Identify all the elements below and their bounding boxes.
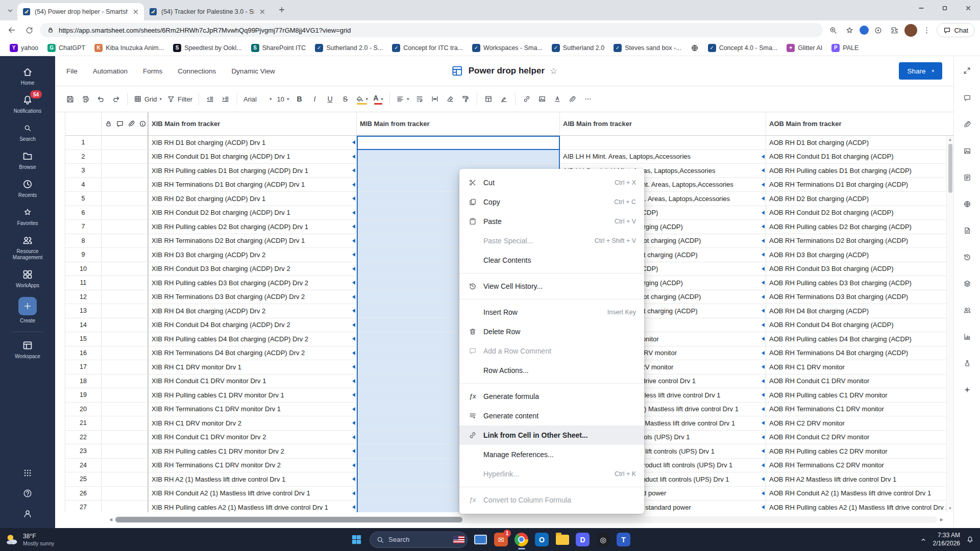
cell-aob[interactable]: AOB RH D3 Bot charging (ACDP) bbox=[766, 248, 953, 262]
strikethrough-button[interactable]: S bbox=[338, 91, 353, 107]
menu-automation[interactable]: Automation bbox=[93, 67, 128, 75]
menu-item-generate-content[interactable]: Generate content bbox=[459, 406, 644, 425]
undo-button[interactable] bbox=[93, 91, 108, 107]
refresh-icon[interactable] bbox=[22, 23, 36, 37]
cell-xib[interactable]: XIB RH Terminations D2 Bot charging (ACD… bbox=[149, 234, 357, 248]
browser-menu-icon[interactable] bbox=[920, 23, 934, 37]
row-number[interactable]: 21 bbox=[65, 416, 102, 431]
menu-item-hyperlink[interactable]: Hyperlink...Ctrl + K bbox=[459, 464, 644, 484]
row-icons-gutter[interactable] bbox=[102, 444, 149, 459]
row-icons-gutter[interactable] bbox=[102, 262, 149, 277]
row-icons-gutter[interactable] bbox=[102, 431, 149, 445]
person-icon[interactable] bbox=[22, 509, 33, 519]
column-header-xib[interactable]: XIB Main from tracker bbox=[149, 112, 357, 136]
sidebar-item-home[interactable]: Home bbox=[0, 62, 55, 90]
cell-xib[interactable]: XIB RH D2 Bot charging (ACDP) Drv 1 bbox=[149, 192, 357, 206]
bookmark-item-concept-4-0-sma[interactable]: ✓Concept 4.0 - Sma... bbox=[704, 42, 781, 54]
update-requests-icon[interactable] bbox=[961, 171, 973, 184]
menu-forms[interactable]: Forms bbox=[143, 67, 162, 75]
bold-button[interactable]: B bbox=[292, 91, 307, 107]
sidebar-item-create[interactable]: Create bbox=[0, 293, 55, 328]
menu-file[interactable]: File bbox=[66, 67, 78, 75]
cell-xib[interactable]: XIB RH Pulling cables C1 DRV monitor Drv… bbox=[149, 388, 357, 403]
italic-button[interactable]: I bbox=[307, 91, 323, 107]
scroll-right-arrow-icon[interactable]: ▶ bbox=[940, 517, 943, 522]
cell-aob[interactable]: AOB RH D1 Bot charging (ACDP) bbox=[766, 136, 953, 150]
bookmark-item-yahoo[interactable]: Yyahoo bbox=[6, 42, 42, 54]
row-number[interactable]: 9 bbox=[65, 248, 102, 262]
cell-xib[interactable]: XIB RH Pulling cables C1 DRV monitor Drv… bbox=[149, 444, 357, 459]
row-icons-gutter[interactable] bbox=[102, 206, 149, 220]
horizontal-scrollbar[interactable]: ◀ ▶ bbox=[109, 516, 943, 523]
row-number[interactable]: 17 bbox=[65, 360, 102, 374]
row-number[interactable]: 16 bbox=[65, 346, 102, 361]
insert-image-button[interactable] bbox=[534, 91, 550, 107]
row-icons-gutter[interactable] bbox=[102, 136, 149, 150]
bookmark-item-kiba-inuzuka-anim[interactable]: KKiba Inuzuka Anim... bbox=[91, 42, 167, 54]
summary-icon[interactable] bbox=[961, 278, 973, 290]
cell-aob[interactable]: AOB RH Pulling cables D3 Bot charging (A… bbox=[766, 276, 953, 290]
tab-close-icon[interactable] bbox=[132, 8, 140, 16]
mail-app-icon[interactable]: ✉1 bbox=[493, 531, 509, 548]
row-number[interactable]: 15 bbox=[65, 332, 102, 346]
minimize-icon[interactable] bbox=[910, 0, 933, 16]
cell-aib[interactable]: AIB LH H Mint. Areas, Laptops,Accessorie… bbox=[560, 150, 766, 164]
file-explorer-icon[interactable] bbox=[554, 531, 571, 548]
cell-aob[interactable]: AOB RH Terminations D4 Bot charging (ACD… bbox=[766, 346, 953, 361]
outlook-icon[interactable]: O bbox=[533, 531, 550, 548]
discord-icon[interactable]: D bbox=[574, 531, 591, 548]
apps-grid-icon[interactable] bbox=[22, 468, 33, 478]
menu-item-convert-to-column-formula[interactable]: ƒxConvert to Column Formula bbox=[459, 490, 644, 510]
row-icons-gutter[interactable] bbox=[102, 332, 149, 346]
cell-xib[interactable]: XIB RH Terminations D1 Bot charging (ACD… bbox=[149, 178, 357, 192]
row-icons-gutter[interactable] bbox=[102, 459, 149, 473]
row-icons-gutter[interactable] bbox=[102, 500, 149, 512]
url-field[interactable]: https://app.smartsheet.com/sheets/6Rm2HR… bbox=[40, 23, 823, 37]
font-size-select[interactable]: 10▾ bbox=[275, 91, 292, 107]
row-number[interactable]: 25 bbox=[65, 472, 102, 487]
teams-icon[interactable]: T bbox=[615, 531, 632, 548]
proofs-icon[interactable] bbox=[961, 145, 973, 157]
sidebar-item-browse[interactable]: Browse bbox=[0, 146, 55, 174]
cell-xib[interactable]: XIB RH Terminations C1 DRV monitor Drv 1 bbox=[149, 403, 357, 417]
row-icons-gutter[interactable] bbox=[102, 416, 149, 431]
browser-tab[interactable]: (54) Power drop helper - Smartshe bbox=[17, 3, 144, 20]
cell-xib[interactable]: XIB RH C1 DRV monitor Drv 2 bbox=[149, 416, 357, 431]
notifications-bell-icon[interactable] bbox=[966, 536, 974, 543]
menu-item-row-actions[interactable]: Row Actions... bbox=[459, 361, 644, 380]
table-button[interactable] bbox=[481, 91, 496, 107]
row-number[interactable]: 23 bbox=[65, 444, 102, 459]
row-number[interactable]: 18 bbox=[65, 374, 102, 389]
cell-xib[interactable]: XIB RH Conduit A2 (1) Mastless lift driv… bbox=[149, 487, 357, 501]
cell-aob[interactable]: AOB RH Conduit D1 Bot charging (ACDP) bbox=[766, 150, 953, 164]
back-icon[interactable] bbox=[5, 23, 18, 37]
row-icons-gutter[interactable] bbox=[102, 248, 149, 262]
start-button[interactable] bbox=[348, 531, 365, 548]
cell-xib[interactable]: XIB RH D1 Bot charging (ACDP) Drv 1 bbox=[149, 136, 357, 150]
cell-aob[interactable]: AOB RH Conduit D4 Bot charging (ACDP) bbox=[766, 318, 953, 333]
share-button[interactable]: Share ▾ bbox=[899, 62, 942, 80]
close-icon[interactable] bbox=[957, 0, 980, 16]
cell-aob[interactable]: AOB RH Terminations D1 Bot charging (ACD… bbox=[766, 178, 953, 192]
redo-button[interactable] bbox=[108, 91, 124, 107]
print-button[interactable] bbox=[78, 91, 93, 107]
cell-xib[interactable]: XIB RH D3 Bot charging (ACDP) Drv 2 bbox=[149, 248, 357, 262]
insert-link-button[interactable] bbox=[519, 91, 534, 107]
menu-item-manage-references[interactable]: Manage References... bbox=[459, 445, 644, 464]
sidebar-item-search[interactable]: Search bbox=[0, 118, 55, 146]
cell-aob[interactable]: AOB RH Terminations C1 DRV monitor bbox=[766, 403, 953, 417]
browser-tab[interactable]: (54) Tracker for Palestine 3.0 - Sma bbox=[144, 3, 271, 20]
row-number[interactable]: 22 bbox=[65, 431, 102, 445]
row-icons-gutter[interactable] bbox=[102, 374, 149, 389]
column-header-aob[interactable]: AOB Main from tracker bbox=[766, 112, 953, 136]
row-number[interactable]: 27 bbox=[65, 500, 102, 512]
cell-aob[interactable]: AOB RH D2 Bot charging (ACDP) bbox=[766, 192, 953, 206]
cell-mib[interactable] bbox=[357, 136, 560, 150]
extension-puzzle-icon[interactable] bbox=[888, 23, 901, 37]
sidebar-item-recents[interactable]: Recents bbox=[0, 174, 55, 203]
row-icons-gutter[interactable] bbox=[102, 164, 149, 178]
row-icons-gutter[interactable] bbox=[102, 150, 149, 164]
attachments-icon[interactable] bbox=[961, 118, 973, 131]
row-icons-gutter[interactable] bbox=[102, 318, 149, 333]
sidebar-item-notifications[interactable]: Notifications54 bbox=[0, 90, 55, 118]
